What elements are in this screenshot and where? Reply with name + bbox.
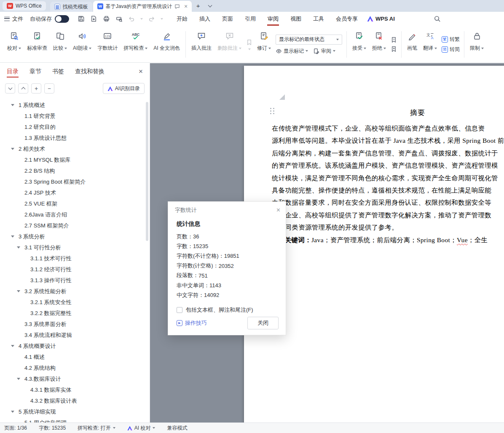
page-indicator[interactable]: 页面: 1/36 (4, 425, 27, 432)
compare-button[interactable]: 比较 (50, 28, 70, 61)
sidebar-tab[interactable]: 目录 (7, 63, 19, 80)
outline-item[interactable]: 2.6Java 语言介绍 (0, 209, 150, 220)
outline-item[interactable]: 1.2 研究目的 (0, 122, 150, 133)
print-icon[interactable] (103, 15, 110, 22)
outline-item[interactable]: 2.5 VUE 框架 (0, 198, 150, 209)
save-icon[interactable] (78, 15, 85, 22)
next-change-icon[interactable] (391, 46, 397, 52)
outline-item[interactable]: 2 相关技术 (0, 144, 150, 155)
to-traditional-button[interactable]: 转繁 (442, 36, 460, 43)
standard-review-button[interactable]: 标准审查 (24, 28, 50, 61)
previous-change-icon[interactable] (391, 37, 397, 43)
autosave-toggle[interactable] (55, 15, 69, 23)
expand-triangle-icon[interactable] (11, 104, 14, 106)
accept-change-button[interactable]: 接受 (349, 28, 369, 61)
ai-read-aloud-button[interactable]: AI朗读 (70, 28, 94, 61)
expand-triangle-icon[interactable] (17, 246, 20, 249)
outline-item[interactable]: 3.2 系统性能分析 (0, 286, 150, 297)
sidebar-scrollbar[interactable] (146, 102, 148, 241)
sidebar-tab[interactable]: 章节 (29, 63, 41, 80)
review-pane-button[interactable]: 审阅 (313, 48, 335, 55)
menu-item[interactable]: 引用 (239, 12, 262, 26)
outline-item[interactable]: 4.2 系统结构 (0, 363, 150, 374)
undo-icon[interactable] (128, 16, 135, 22)
outline-item[interactable]: 2.3 Spring Boot 框架简介 (0, 176, 150, 187)
outline-item[interactable]: 2.2 B/S 结构 (0, 166, 150, 176)
outline-item[interactable]: 4.3.2 数据库设计表 (0, 396, 150, 406)
sidebar-close-icon[interactable] (139, 67, 143, 76)
export-pdf-icon[interactable] (90, 15, 97, 22)
menu-item[interactable]: 页面 (216, 12, 239, 26)
delete-comment-button[interactable]: 删除批注 (214, 28, 244, 61)
to-simplified-button[interactable]: 转简 (442, 46, 460, 53)
close-dialog-button[interactable]: 关闭 (247, 317, 279, 329)
menu-item[interactable]: 审阅 (262, 12, 284, 26)
outline-item[interactable]: 3.1.3 操作可行性 (0, 275, 150, 286)
tips-link[interactable]: 操作技巧 (177, 319, 207, 327)
outline-item[interactable]: 4.3.1 数据库实体 (0, 385, 150, 396)
new-tab-button[interactable] (193, 1, 203, 11)
redo-dropdown-caret-icon[interactable] (161, 18, 163, 20)
expand-triangle-icon[interactable] (17, 290, 20, 292)
outline-item[interactable]: 4.3.数据库设计 (0, 374, 150, 385)
menu-item[interactable]: 视图 (284, 12, 307, 26)
outline-item[interactable]: 1 系统概述 (0, 100, 150, 111)
print-preview-icon[interactable] (115, 15, 123, 22)
outline-item[interactable]: 5.1 用户信息管理 (0, 417, 150, 422)
sidebar-tab[interactable]: 查找和替换 (75, 63, 105, 80)
outline-item[interactable]: 3.4 系统流程和逻辑 (0, 330, 150, 341)
show-markup-button[interactable]: 显示标记 (276, 48, 308, 55)
spell-check-indicator[interactable]: 拼写检查: 打开 (78, 425, 115, 432)
outline-item[interactable]: 3.2.2 数据完整性 (0, 308, 150, 319)
insert-comment-button[interactable]: 插入批注 (188, 28, 214, 61)
redo-icon[interactable] (148, 16, 155, 22)
include-footnotes-option[interactable]: 包括文本框、脚注和尾注(F) (177, 306, 277, 314)
draw-pen-button[interactable]: 画笔 (404, 28, 420, 61)
menu-item[interactable]: 开始 (171, 12, 193, 26)
outline-item[interactable]: 3.3 系统界面分析 (0, 319, 150, 330)
undo-dropdown-caret-icon[interactable] (140, 18, 143, 20)
ai-polish-button[interactable]: AI 全文润色 (150, 28, 183, 61)
dropdown-caret-icon[interactable] (248, 48, 251, 50)
file-menu-button[interactable]: 文件 (4, 15, 23, 23)
expand-triangle-icon[interactable] (11, 411, 14, 413)
word-count-button[interactable]: 123 字数统计 (94, 28, 121, 61)
translate-button[interactable]: 文A 翻译 (420, 28, 440, 61)
previous-comment-icon[interactable] (246, 39, 252, 45)
ai-proofread-indicator[interactable]: AI 校对 (127, 425, 155, 432)
tab-wps-home[interactable]: WPS Office (3, 1, 46, 11)
menu-item[interactable]: 会员专享 (330, 12, 364, 26)
zoom-in-outline-button[interactable] (31, 83, 41, 94)
tab-current-doc[interactable]: 基于Java的资产管理系统设计 (93, 1, 192, 12)
wps-ai-button[interactable]: WPS AI (367, 16, 395, 22)
spell-check-button[interactable]: ABC 拼写检查 (121, 28, 150, 61)
sidebar-tab[interactable]: 书签 (52, 63, 64, 80)
outline-item[interactable]: 3 系统分析 (0, 231, 150, 242)
expand-triangle-icon[interactable] (17, 378, 20, 380)
outline-item[interactable]: 3.2.1 系统安全性 (0, 297, 150, 308)
markup-state-select[interactable]: 显示标记的最终状态 (276, 35, 342, 45)
outline-item[interactable]: 4 系统概要设计 (0, 341, 150, 352)
outline-item[interactable]: 5 系统详细实现 (0, 406, 150, 417)
tab-list-button[interactable] (205, 1, 214, 11)
checkbox-icon[interactable] (177, 307, 182, 313)
tab-close-icon[interactable] (182, 3, 189, 10)
expand-all-button[interactable] (18, 83, 28, 94)
outline-item[interactable]: 4.1 概述 (0, 352, 150, 363)
outline-item[interactable]: 2.7 SSM 框架简介 (0, 220, 150, 231)
compatibility-mode-indicator[interactable]: 兼容模式 (167, 425, 187, 432)
word-count-indicator[interactable]: 字数: 15235 (39, 425, 66, 432)
outline-item[interactable]: 2.1 MYSQL 数据库 (0, 155, 150, 166)
zoom-out-outline-button[interactable] (44, 83, 54, 94)
dialog-close-icon[interactable] (276, 206, 280, 214)
reject-change-button[interactable]: 拒绝 (369, 28, 389, 61)
paragraph-drag-handle-icon[interactable] (270, 108, 274, 114)
expand-triangle-icon[interactable] (11, 235, 14, 238)
proofread-button[interactable]: 校对 (4, 28, 24, 61)
outline-item[interactable]: 1.1 研究背景 (0, 111, 150, 122)
search-button[interactable] (434, 15, 441, 22)
outline-item[interactable]: 3.1.2 经济可行性 (0, 264, 150, 275)
menu-item[interactable]: 工具 (307, 12, 330, 26)
menu-item[interactable]: 插入 (193, 12, 216, 26)
outline-item[interactable]: 3.1 可行性分析 (0, 242, 150, 253)
